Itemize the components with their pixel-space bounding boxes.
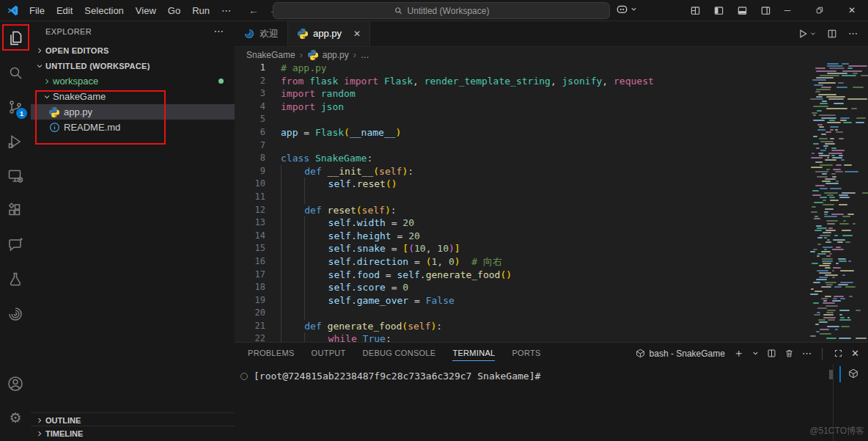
activity-bar: 1 ⚙ <box>0 21 32 441</box>
activity-testing-icon[interactable] <box>0 262 31 296</box>
panel-tab-ports[interactable]: PORTS <box>512 343 540 364</box>
terminal-scrollbar[interactable] <box>829 370 833 379</box>
tree-item-label: README.md <box>64 122 120 133</box>
terminal-prompt: [root@724815ab2238487f9c28c733a6c329c7 S… <box>254 371 540 382</box>
new-terminal-button[interactable]: ＋ <box>733 346 744 360</box>
menu-run[interactable]: Run <box>186 5 216 16</box>
tree-item-label: SnakeGame <box>53 91 106 102</box>
menu-edit[interactable]: Edit <box>51 5 78 16</box>
activity-chat-icon[interactable] <box>0 227 31 262</box>
line-number: 4 <box>235 101 265 114</box>
menu-bar: FileEditSelectionViewGoRun⋯ <box>23 5 237 16</box>
breadcrumb-item-snakegame[interactable]: SnakeGame <box>246 50 295 60</box>
restore-button[interactable] <box>803 0 836 21</box>
breadcrumb-item-app-py[interactable]: app.py <box>307 49 349 61</box>
line-number: 13 <box>235 216 265 230</box>
customize-layout-icon[interactable] <box>690 5 701 16</box>
activity-run-debug-icon[interactable] <box>0 124 31 158</box>
terminal-session[interactable]: bash - SnakeGame <box>636 349 725 359</box>
copilot-button[interactable] <box>616 3 637 15</box>
code-line: 20 <box>235 307 868 320</box>
code-editor[interactable]: 1# app.py2from flask import Flask, rende… <box>235 62 868 342</box>
maximize-panel-icon[interactable] <box>834 349 843 358</box>
code-line: 2from flask import Flask, render_templat… <box>235 75 868 88</box>
panel-tab-problems[interactable]: PROBLEMS <box>248 343 295 364</box>
vscode-logo-icon <box>7 4 19 17</box>
code-line: 21def generate_food(self): <box>235 320 868 333</box>
split-terminal-icon[interactable] <box>767 349 776 358</box>
tab-app-py[interactable]: app.py✕ <box>288 21 370 46</box>
split-editor-icon[interactable] <box>827 29 837 39</box>
tree-item-snakegame[interactable]: SnakeGame <box>31 89 235 104</box>
panel-more-icon[interactable]: ⋯ <box>802 348 812 359</box>
kill-terminal-icon[interactable] <box>784 349 794 358</box>
tree-item-label: workspace <box>53 76 98 87</box>
activity-account-icon[interactable] <box>0 366 31 401</box>
breadcrumb[interactable]: SnakeGame›app.py›… <box>235 47 868 62</box>
code-line: 17self.food = self.generate_food() <box>235 269 868 282</box>
menu-go[interactable]: Go <box>162 5 186 16</box>
tree-item-open-editors[interactable]: OPEN EDITORS <box>31 43 235 58</box>
line-number: 11 <box>235 191 265 204</box>
tree-item-untitled-workspace[interactable]: UNTITLED (WORKSPACE) <box>31 58 235 73</box>
terminal[interactable]: [root@724815ab2238487f9c28c733a6c329c7 S… <box>240 371 540 382</box>
command-decoration-icon <box>240 373 248 380</box>
code-line: 22while True: <box>235 332 868 342</box>
line-number: 7 <box>235 139 265 153</box>
explorer-sidebar: EXPLORER ⋯ OPEN EDITORSUNTITLED (WORKSPA… <box>31 21 235 441</box>
file-tree: OPEN EDITORSUNTITLED (WORKSPACE)workspac… <box>31 43 235 135</box>
close-window-button[interactable]: ✕ <box>836 0 868 21</box>
line-number: 15 <box>235 242 265 255</box>
info-file-icon <box>48 122 60 134</box>
toggle-panel-icon[interactable] <box>737 5 748 16</box>
minimap[interactable] <box>808 62 868 342</box>
command-center[interactable]: Untitled (Workspace) <box>273 2 610 19</box>
panel-tab-debug-console[interactable]: DEBUG CONSOLE <box>363 343 436 364</box>
terminal-profile-chevron-icon[interactable] <box>752 350 759 357</box>
editor-more-icon[interactable]: ⋯ <box>848 28 858 39</box>
line-number: 20 <box>235 307 265 320</box>
tree-item-app-py[interactable]: app.py <box>31 104 235 120</box>
tree-item-workspace[interactable]: workspace <box>31 73 235 89</box>
play-icon <box>798 29 808 39</box>
menu-file[interactable]: File <box>23 5 51 16</box>
chevron-down-icon <box>810 31 816 37</box>
breadcrumb-item-item[interactable]: … <box>361 50 369 60</box>
code-line: 5 <box>235 113 868 126</box>
activity-swirl-icon[interactable] <box>0 296 31 331</box>
line-number: 14 <box>235 230 265 243</box>
terminal-tab-icon[interactable] <box>848 368 858 379</box>
close-panel-icon[interactable]: ✕ <box>851 348 859 359</box>
code-line: 11 <box>235 191 868 204</box>
tree-item-readme-md[interactable]: README.md <box>31 120 235 135</box>
timeline-section[interactable]: TIMELINE <box>31 426 235 441</box>
toggle-sidebar-icon[interactable] <box>713 5 724 16</box>
code-line: 7 <box>235 139 868 153</box>
activity-source-control-icon[interactable]: 1 <box>0 90 31 124</box>
menu-view[interactable]: View <box>130 5 162 16</box>
activity-settings-icon[interactable]: ⚙ <box>0 401 31 435</box>
close-tab-icon[interactable]: ✕ <box>353 29 361 39</box>
panel-tab-terminal[interactable]: TERMINAL <box>452 343 495 364</box>
nav-back-icon[interactable]: ← <box>249 4 259 16</box>
activity-remote-explorer-icon[interactable] <box>0 158 31 193</box>
terminal-profile-icon <box>636 349 645 358</box>
activity-extensions-icon[interactable] <box>0 193 31 227</box>
menu-selection[interactable]: Selection <box>78 5 129 16</box>
minimize-button[interactable]: ─ <box>771 0 803 21</box>
sidebar-more-icon[interactable]: ⋯ <box>214 25 224 37</box>
panel-tab-output[interactable]: OUTPUT <box>312 343 346 364</box>
menu-more[interactable]: ⋯ <box>216 5 237 16</box>
line-number: 6 <box>235 126 265 139</box>
copilot-icon <box>616 3 628 15</box>
run-python-button[interactable] <box>798 29 816 39</box>
line-number: 19 <box>235 294 265 307</box>
source-control-badge: 1 <box>16 108 27 119</box>
activity-search-icon[interactable] <box>0 55 31 90</box>
breadcrumb-separator: › <box>300 50 303 60</box>
activity-explorer-icon[interactable] <box>0 21 31 55</box>
toggle-secondary-sidebar-icon[interactable] <box>760 5 771 16</box>
title-bar: FileEditSelectionViewGoRun⋯ ← → Untitled… <box>0 0 868 21</box>
tab-欢迎[interactable]: 欢迎 <box>235 21 288 46</box>
code-line: 16self.direction = (1, 0) # 向右 <box>235 255 868 269</box>
